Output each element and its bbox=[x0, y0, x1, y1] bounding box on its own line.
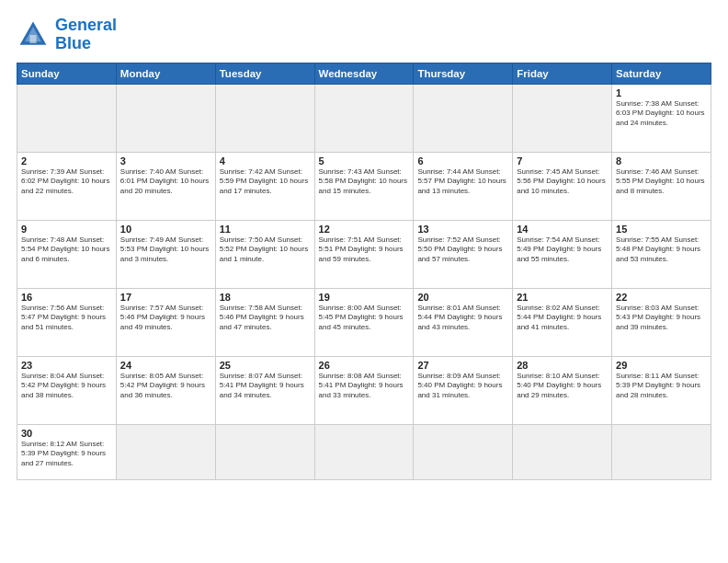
day-number: 21 bbox=[517, 292, 608, 303]
day-info: Sunrise: 8:00 AM Sunset: 5:45 PM Dayligh… bbox=[319, 304, 410, 333]
calendar-cell: 14Sunrise: 7:54 AM Sunset: 5:49 PM Dayli… bbox=[513, 220, 612, 288]
day-info: Sunrise: 7:40 AM Sunset: 6:01 PM Dayligh… bbox=[120, 167, 211, 197]
day-info: Sunrise: 8:11 AM Sunset: 5:39 PM Dayligh… bbox=[616, 372, 707, 401]
day-number: 22 bbox=[616, 292, 707, 303]
day-info: Sunrise: 7:42 AM Sunset: 5:59 PM Dayligh… bbox=[220, 167, 311, 197]
calendar-cell: 7Sunrise: 7:45 AM Sunset: 5:56 PM Daylig… bbox=[513, 152, 612, 220]
day-number: 8 bbox=[616, 155, 707, 167]
calendar-cell: 12Sunrise: 7:51 AM Sunset: 5:51 PM Dayli… bbox=[314, 220, 414, 288]
day-info: Sunrise: 8:08 AM Sunset: 5:41 PM Dayligh… bbox=[319, 372, 410, 401]
day-number: 3 bbox=[120, 155, 211, 167]
day-info: Sunrise: 8:04 AM Sunset: 5:42 PM Dayligh… bbox=[21, 372, 112, 401]
calendar-cell: 19Sunrise: 8:00 AM Sunset: 5:45 PM Dayli… bbox=[314, 288, 414, 356]
calendar-table: SundayMondayTuesdayWednesdayThursdayFrid… bbox=[17, 63, 711, 480]
day-info: Sunrise: 7:38 AM Sunset: 6:03 PM Dayligh… bbox=[616, 99, 707, 129]
day-info: Sunrise: 7:44 AM Sunset: 5:57 PM Dayligh… bbox=[417, 167, 508, 197]
calendar-cell bbox=[314, 84, 414, 152]
day-number: 5 bbox=[319, 155, 410, 167]
logo-text: General Blue bbox=[55, 17, 117, 53]
weekday-header-saturday: Saturday bbox=[612, 63, 711, 84]
day-number: 29 bbox=[616, 360, 707, 371]
calendar-cell bbox=[612, 424, 711, 479]
calendar-cell: 3Sunrise: 7:40 AM Sunset: 6:01 PM Daylig… bbox=[116, 152, 215, 220]
calendar-cell bbox=[116, 84, 215, 152]
day-number: 6 bbox=[417, 155, 508, 167]
day-number: 26 bbox=[319, 360, 410, 371]
day-info: Sunrise: 7:49 AM Sunset: 5:53 PM Dayligh… bbox=[120, 236, 211, 265]
calendar-cell: 1Sunrise: 7:38 AM Sunset: 6:03 PM Daylig… bbox=[612, 84, 711, 152]
day-info: Sunrise: 7:46 AM Sunset: 5:55 PM Dayligh… bbox=[616, 167, 707, 197]
day-number: 19 bbox=[319, 292, 410, 303]
calendar-cell: 23Sunrise: 8:04 AM Sunset: 5:42 PM Dayli… bbox=[17, 356, 117, 424]
page: General Blue SundayMondayTuesdayWednesda… bbox=[0, 0, 728, 489]
calendar-cell: 28Sunrise: 8:10 AM Sunset: 5:40 PM Dayli… bbox=[513, 356, 612, 424]
logo-blue: Blue bbox=[55, 35, 117, 53]
day-number: 4 bbox=[220, 155, 311, 167]
weekday-header-wednesday: Wednesday bbox=[314, 63, 414, 84]
day-info: Sunrise: 7:45 AM Sunset: 5:56 PM Dayligh… bbox=[517, 167, 608, 197]
day-info: Sunrise: 7:55 AM Sunset: 5:48 PM Dayligh… bbox=[616, 236, 707, 265]
calendar-cell: 17Sunrise: 7:57 AM Sunset: 5:46 PM Dayli… bbox=[116, 288, 215, 356]
day-info: Sunrise: 8:10 AM Sunset: 5:40 PM Dayligh… bbox=[517, 372, 608, 401]
weekday-header-friday: Friday bbox=[513, 63, 612, 84]
weekday-header-monday: Monday bbox=[116, 63, 215, 84]
calendar-week-5: 30Sunrise: 8:12 AM Sunset: 5:39 PM Dayli… bbox=[17, 424, 711, 479]
day-number: 16 bbox=[21, 292, 112, 303]
calendar-week-3: 16Sunrise: 7:56 AM Sunset: 5:47 PM Dayli… bbox=[17, 288, 711, 356]
weekday-header-sunday: Sunday bbox=[17, 63, 117, 84]
day-info: Sunrise: 7:56 AM Sunset: 5:47 PM Dayligh… bbox=[21, 304, 112, 333]
day-number: 15 bbox=[616, 224, 707, 235]
day-info: Sunrise: 7:52 AM Sunset: 5:50 PM Dayligh… bbox=[417, 236, 508, 265]
calendar-week-4: 23Sunrise: 8:04 AM Sunset: 5:42 PM Dayli… bbox=[17, 356, 711, 424]
day-info: Sunrise: 7:39 AM Sunset: 6:02 PM Dayligh… bbox=[21, 167, 112, 197]
calendar-cell: 26Sunrise: 8:08 AM Sunset: 5:41 PM Dayli… bbox=[314, 356, 414, 424]
day-info: Sunrise: 8:03 AM Sunset: 5:43 PM Dayligh… bbox=[616, 304, 707, 333]
calendar-cell bbox=[314, 424, 414, 479]
logo-icon bbox=[17, 18, 50, 52]
day-info: Sunrise: 7:57 AM Sunset: 5:46 PM Dayligh… bbox=[120, 304, 211, 333]
day-number: 10 bbox=[120, 224, 211, 235]
day-number: 18 bbox=[220, 292, 311, 303]
calendar-header: SundayMondayTuesdayWednesdayThursdayFrid… bbox=[17, 63, 711, 84]
calendar-cell: 10Sunrise: 7:49 AM Sunset: 5:53 PM Dayli… bbox=[116, 220, 215, 288]
header: General Blue bbox=[17, 17, 711, 53]
day-number: 24 bbox=[120, 360, 211, 371]
calendar-week-0: 1Sunrise: 7:38 AM Sunset: 6:03 PM Daylig… bbox=[17, 84, 711, 152]
day-info: Sunrise: 8:09 AM Sunset: 5:40 PM Dayligh… bbox=[417, 372, 508, 401]
calendar-cell: 30Sunrise: 8:12 AM Sunset: 5:39 PM Dayli… bbox=[17, 424, 117, 479]
day-info: Sunrise: 8:12 AM Sunset: 5:39 PM Dayligh… bbox=[21, 440, 112, 469]
calendar-cell: 16Sunrise: 7:56 AM Sunset: 5:47 PM Dayli… bbox=[17, 288, 117, 356]
calendar-cell: 2Sunrise: 7:39 AM Sunset: 6:02 PM Daylig… bbox=[17, 152, 117, 220]
day-info: Sunrise: 8:07 AM Sunset: 5:41 PM Dayligh… bbox=[220, 372, 311, 401]
calendar-cell bbox=[116, 424, 215, 479]
day-number: 7 bbox=[517, 155, 608, 167]
day-number: 9 bbox=[21, 224, 112, 235]
day-number: 20 bbox=[417, 292, 508, 303]
day-number: 30 bbox=[21, 428, 112, 439]
calendar-week-1: 2Sunrise: 7:39 AM Sunset: 6:02 PM Daylig… bbox=[17, 152, 711, 220]
day-info: Sunrise: 7:51 AM Sunset: 5:51 PM Dayligh… bbox=[319, 236, 410, 265]
day-number: 11 bbox=[220, 224, 311, 235]
logo-general: General bbox=[55, 16, 117, 34]
calendar-cell: 29Sunrise: 8:11 AM Sunset: 5:39 PM Dayli… bbox=[612, 356, 711, 424]
day-number: 2 bbox=[21, 155, 112, 167]
calendar-cell: 24Sunrise: 8:05 AM Sunset: 5:42 PM Dayli… bbox=[116, 356, 215, 424]
day-number: 23 bbox=[21, 360, 112, 371]
day-number: 13 bbox=[417, 224, 508, 235]
calendar-cell: 8Sunrise: 7:46 AM Sunset: 5:55 PM Daylig… bbox=[612, 152, 711, 220]
day-info: Sunrise: 7:50 AM Sunset: 5:52 PM Dayligh… bbox=[220, 236, 311, 265]
calendar-cell: 22Sunrise: 8:03 AM Sunset: 5:43 PM Dayli… bbox=[612, 288, 711, 356]
calendar-body: 1Sunrise: 7:38 AM Sunset: 6:03 PM Daylig… bbox=[17, 84, 711, 479]
calendar-cell: 4Sunrise: 7:42 AM Sunset: 5:59 PM Daylig… bbox=[215, 152, 314, 220]
day-number: 12 bbox=[319, 224, 410, 235]
calendar-cell bbox=[17, 84, 117, 152]
day-info: Sunrise: 8:05 AM Sunset: 5:42 PM Dayligh… bbox=[120, 372, 211, 401]
day-number: 17 bbox=[120, 292, 211, 303]
calendar-cell: 18Sunrise: 7:58 AM Sunset: 5:46 PM Dayli… bbox=[215, 288, 314, 356]
weekday-header-thursday: Thursday bbox=[414, 63, 513, 84]
calendar-cell: 15Sunrise: 7:55 AM Sunset: 5:48 PM Dayli… bbox=[612, 220, 711, 288]
calendar-cell: 9Sunrise: 7:48 AM Sunset: 5:54 PM Daylig… bbox=[17, 220, 117, 288]
day-number: 25 bbox=[220, 360, 311, 371]
calendar-cell bbox=[215, 84, 314, 152]
weekday-header-tuesday: Tuesday bbox=[215, 63, 314, 84]
